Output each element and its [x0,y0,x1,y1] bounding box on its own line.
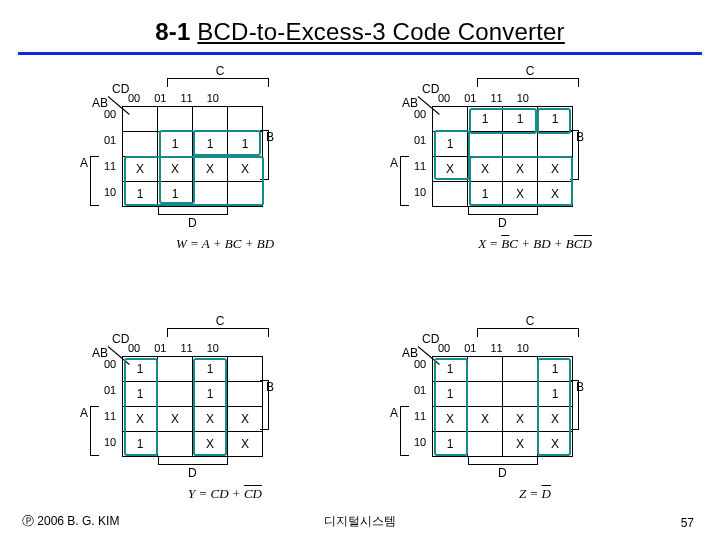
equation-Z: Z = D [430,486,640,502]
kmap-cell [228,382,263,407]
section-number: 8-1 [155,18,190,45]
kmap-cell [158,357,193,382]
kmap-cell: X [468,157,503,182]
row-header: 11 [104,160,116,172]
kmap-cell: X [228,432,263,457]
kmap-cell: X [538,157,573,182]
title-text: BCD-to-Excess-3 Code Converter [197,18,564,45]
kmap-cell: 1 [468,182,503,207]
row-header: 00 [104,108,116,120]
kmap-cell [158,382,193,407]
row-header: 00 [414,108,426,120]
equation-X: X = BC + BD + BCD [430,236,640,252]
kmap-Z: CCDAB00011110000111101111XXXX1XXBADZ = D [390,314,640,524]
col-header: 00 [128,92,140,104]
kmap-cell: X [433,157,468,182]
kmap-cell: X [503,407,538,432]
col-header: 01 [154,342,166,354]
col-headers: 00011110 [128,342,219,354]
col-header: 11 [491,342,503,354]
row-header: 01 [414,134,426,146]
col-bracket [167,328,269,337]
kmap-table: 111XXXX11 [122,106,263,207]
kmap-cell: 1 [538,357,573,382]
kmap-cell: X [158,407,193,432]
d-bracket [468,456,538,465]
kmap-cell [538,132,573,157]
kmap-cell [158,432,193,457]
row-header: 10 [414,436,426,448]
kmap-Y: CCDAB00011110000111101111XXXX1XXBADY = C… [80,314,330,524]
col-group-label: C [478,64,582,78]
a-bracket [90,406,99,456]
col-headers: 00011110 [438,342,529,354]
row-header: 11 [414,160,426,172]
diagonal [420,86,440,106]
kmap-cell [193,182,228,207]
kmap-cell: 1 [158,132,193,157]
a-bracket [90,156,99,206]
row-headers: 00011110 [104,108,116,198]
kmap-cell: X [193,432,228,457]
row-header: 01 [414,384,426,396]
kmap-cell: X [468,407,503,432]
kmap-cell: 1 [433,432,468,457]
kmap-cell: 1 [538,107,573,132]
col-header: 01 [464,92,476,104]
a-bracket [400,406,409,456]
kmap-cell: X [228,157,263,182]
kmap-cell: X [503,182,538,207]
col-header: 11 [181,92,193,104]
kmap-cell: X [538,432,573,457]
col-header: 01 [154,92,166,104]
d-label: D [188,216,197,230]
slide-title: 8-1 BCD-to-Excess-3 Code Converter [0,18,720,46]
col-header: 00 [438,92,450,104]
kmap-cell [468,432,503,457]
kmap-cell [503,357,538,382]
kmap-cell [503,132,538,157]
kmap-cell [433,107,468,132]
d-bracket [158,206,228,215]
row-header: 01 [104,134,116,146]
col-header: 01 [464,342,476,354]
diagonal [110,86,130,106]
kmap-cell: 1 [193,357,228,382]
title-underline [18,52,702,55]
kmap-cell: X [503,157,538,182]
col-header: 11 [491,92,503,104]
d-bracket [468,206,538,215]
kmap-table: 1111XXXX1XX [432,106,573,207]
kmap-cell: 1 [538,382,573,407]
footer: Ⓟ 2006 B. G. KIM 디지털시스템 57 [0,510,720,530]
kmap-cell: X [193,157,228,182]
kmap-cell: 1 [433,132,468,157]
kmap-cell [228,357,263,382]
kmap-cell: 1 [123,357,158,382]
col-bracket [477,328,579,337]
row-headers: 00011110 [414,358,426,448]
col-header: 10 [207,92,219,104]
kmap-cell [433,182,468,207]
kmap-cell: X [158,157,193,182]
row-headers: 00011110 [414,108,426,198]
a-label: A [80,156,88,170]
diagonal [420,336,440,356]
kmap-cell [228,182,263,207]
kmap-cell: 1 [468,107,503,132]
kmap-cell: 1 [123,382,158,407]
kmap-cell [468,382,503,407]
diagonal [110,336,130,356]
col-headers: 00011110 [438,92,529,104]
kmap-cell: 1 [433,382,468,407]
kmap-cell: X [123,407,158,432]
kmap-grid: CCDAB0001111000011110111XXXX11BADW = A +… [0,64,720,524]
row-header: 10 [104,186,116,198]
kmap-cell: X [503,432,538,457]
d-label: D [498,466,507,480]
kmap-cell [193,107,228,132]
d-label: D [188,466,197,480]
row-header: 11 [104,410,116,422]
kmap-cell: X [123,157,158,182]
b-label: B [576,380,584,394]
